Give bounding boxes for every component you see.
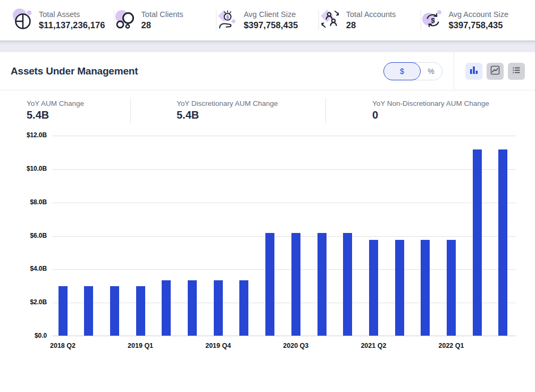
stat-total-clients: Total Clients 28 — [114, 7, 216, 33]
bubbles-icon — [114, 7, 136, 33]
x-axis-tick-label: 2019 Q4 — [197, 342, 239, 349]
list-view-icon — [512, 65, 521, 77]
stat-yoy-aum-change: YoY AUM Change 5.4B — [0, 99, 130, 121]
unit-toggle-percent[interactable]: % — [420, 63, 442, 80]
aum-bar-chart: $0.0$2.0B$4.0B$6.0B$8.0B$10.0B$12.0B2018… — [0, 130, 535, 356]
page-background-band — [0, 40, 535, 52]
bar[interactable] — [58, 286, 68, 336]
stat-label: Avg Client Size — [244, 10, 298, 19]
stat-value: 28 — [141, 20, 183, 30]
bar[interactable] — [421, 240, 430, 336]
dollar-cycle-icon: $ — [421, 7, 442, 33]
svg-text:$: $ — [431, 16, 436, 24]
bar[interactable] — [265, 233, 274, 336]
stat-label: YoY AUM Change — [27, 99, 130, 107]
gridline — [52, 136, 516, 136]
divider — [454, 52, 454, 90]
aum-card-header: Assets Under Management $ % — [0, 52, 535, 90]
stat-yoy-non-discretionary-aum-change: YoY Non-Discretionary AUM Change 0 — [326, 99, 535, 121]
bar[interactable] — [343, 233, 352, 336]
stat-value: 0 — [372, 109, 535, 121]
y-axis-tick-label: $8.0B — [15, 198, 47, 206]
page-title: Assets Under Management — [11, 65, 138, 77]
stat-yoy-discretionary-aum-change: YoY Discretionary AUM Change 5.4B — [131, 99, 325, 121]
line-chart-icon — [490, 65, 500, 77]
bar[interactable] — [291, 233, 300, 336]
stat-label: Avg Account Size — [448, 10, 508, 19]
stat-avg-account-size: $ Avg Account Size $397,758,435 — [421, 7, 523, 33]
gridline — [52, 236, 516, 237]
aum-card: Assets Under Management $ % — [0, 52, 535, 356]
bar[interactable] — [369, 240, 378, 336]
list-view-button[interactable] — [508, 63, 525, 80]
y-axis-tick-label: $0.0 — [15, 332, 47, 339]
stat-label: YoY Non-Discretionary AUM Change — [372, 99, 535, 107]
stat-label: Total Accounts — [346, 10, 396, 19]
stat-total-assets: Total Assets $11,137,236,176 — [12, 7, 114, 33]
people-cycle-icon — [319, 7, 340, 33]
bar[interactable] — [395, 240, 404, 336]
y-axis-tick-label: $10.0B — [15, 165, 47, 172]
x-axis-tick-label: 2018 Q2 — [41, 342, 84, 349]
bar[interactable] — [188, 280, 197, 336]
svg-text:$: $ — [227, 14, 229, 20]
bar[interactable] — [447, 240, 456, 336]
view-buttons — [465, 63, 525, 80]
bar[interactable] — [214, 280, 223, 336]
stat-value: $397,758,435 — [244, 20, 298, 30]
y-axis-tick-label: $2.0B — [15, 298, 47, 306]
bar[interactable] — [136, 286, 145, 336]
plot-area — [52, 136, 516, 336]
gridline — [52, 203, 516, 203]
stat-value: $11,137,236,176 — [39, 20, 105, 30]
x-axis-tick-label: 2020 Q3 — [274, 342, 317, 349]
aum-stats-row: YoY AUM Change 5.4B YoY Discretionary AU… — [0, 90, 535, 130]
bar[interactable] — [110, 286, 119, 336]
bar[interactable] — [317, 233, 327, 336]
y-axis-tick-label: $6.0B — [15, 232, 47, 239]
x-axis-tick-label: 2019 Q1 — [119, 342, 162, 349]
line-chart-view-button[interactable] — [487, 63, 504, 80]
stat-label: YoY Discretionary AUM Change — [177, 99, 325, 107]
y-axis-tick-label: $12.0B — [15, 131, 47, 139]
stat-value: 28 — [346, 20, 396, 30]
unit-toggle[interactable]: $ % — [383, 62, 442, 80]
bar[interactable] — [473, 149, 482, 336]
dashboard-page: Total Assets $11,137,236,176 Total Clien… — [0, 0, 535, 392]
bar[interactable] — [239, 280, 248, 336]
stat-label: Total Clients — [141, 10, 183, 19]
pie-chart-icon — [12, 7, 33, 33]
stat-value: $397,758,435 — [448, 20, 508, 30]
bar-chart-icon — [469, 65, 479, 77]
metrics-topbar: Total Assets $11,137,236,176 Total Clien… — [0, 0, 535, 40]
bar[interactable] — [162, 280, 171, 336]
bar[interactable] — [498, 149, 507, 336]
y-axis-tick-label: $4.0B — [15, 265, 47, 272]
stat-total-accounts: Total Accounts 28 — [319, 7, 421, 33]
gridline — [52, 169, 516, 170]
x-axis-tick-label: 2021 Q2 — [352, 342, 395, 349]
bar-chart-view-button[interactable] — [465, 63, 482, 80]
bar[interactable] — [84, 286, 93, 336]
hand-coin-icon: $ — [216, 7, 238, 33]
stat-label: Total Assets — [39, 10, 105, 19]
stat-value: 5.4B — [27, 109, 130, 121]
unit-toggle-dollar[interactable]: $ — [383, 62, 421, 80]
stat-value: 5.4B — [177, 109, 325, 121]
stat-avg-client-size: $ Avg Client Size $397,758,435 — [216, 7, 319, 33]
x-axis-tick-label: 2022 Q1 — [430, 342, 473, 349]
